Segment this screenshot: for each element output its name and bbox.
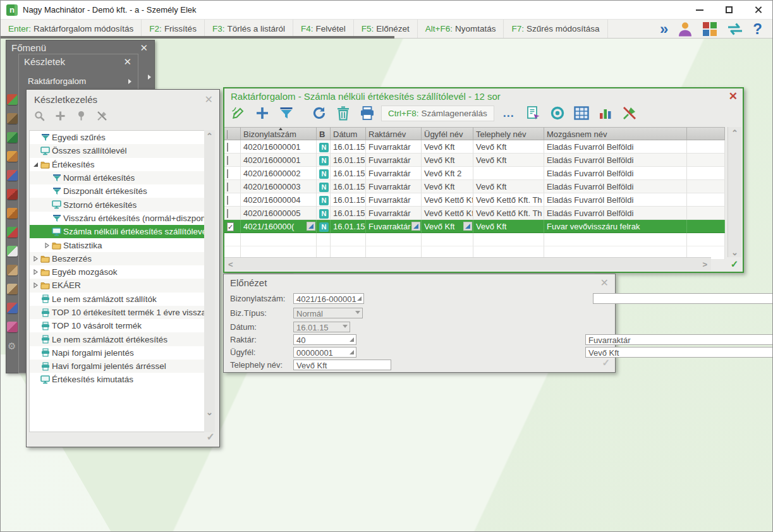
refresh-button[interactable] [309, 104, 329, 122]
module-icon[interactable] [7, 208, 18, 219]
caret-collapsed-icon[interactable] [32, 269, 39, 275]
close-icon[interactable]: ✕ [123, 57, 131, 66]
tree-item[interactable]: Diszponált értékesítés [30, 184, 204, 198]
field-grip[interactable] [350, 337, 354, 342]
view-button[interactable] [547, 104, 568, 122]
module-icon[interactable] [7, 303, 18, 313]
row-checkbox-cell[interactable] [224, 167, 241, 180]
sync-icon[interactable] [726, 21, 744, 37]
tree-item[interactable]: Értékesítés [30, 158, 204, 171]
user-icon[interactable] [677, 21, 693, 37]
help-icon[interactable]: ? [753, 20, 762, 38]
grid-hscrollbar[interactable]: < > [224, 257, 711, 270]
caret-expanded-icon[interactable] [32, 162, 39, 167]
print-button[interactable] [357, 104, 377, 122]
add-button[interactable] [55, 111, 66, 124]
module-icon[interactable] [7, 246, 18, 257]
scroll-right-icon[interactable]: > [702, 260, 707, 269]
caret-collapsed-icon[interactable] [32, 256, 39, 262]
checkbox-unchecked[interactable] [227, 209, 228, 218]
tree-item[interactable]: Statisztika [30, 238, 204, 251]
column-header-4[interactable]: Raktárnév [366, 128, 422, 140]
row-checkbox-cell[interactable] [224, 207, 241, 220]
tree-item[interactable]: Visszáru értékesítés (normál+diszponált [30, 212, 204, 225]
row-checkbox-cell[interactable] [224, 140, 241, 154]
close-icon[interactable]: ✕ [140, 43, 148, 52]
field-input[interactable]: 00000001 [293, 347, 356, 358]
more-options-button[interactable]: ... [498, 107, 520, 120]
column-header-7[interactable]: Mozgásnem név [544, 128, 687, 140]
column-header-2[interactable]: B [317, 128, 331, 140]
cell-expand-grip[interactable] [307, 222, 315, 231]
dropdown-icon[interactable] [355, 311, 360, 314]
invoice-report-button[interactable] [523, 104, 544, 122]
module-icon[interactable] [7, 113, 18, 124]
tree-scrollbar[interactable]: ⌃ ⌄ [204, 130, 215, 432]
filter-button[interactable] [276, 104, 296, 122]
module-icon[interactable] [7, 284, 18, 294]
tree-item[interactable]: Beszerzés [30, 252, 204, 265]
edit-button[interactable] [228, 104, 248, 122]
close-button[interactable] [743, 1, 772, 19]
grid-vscrollbar[interactable]: ⌃ ⌄ [727, 127, 741, 258]
minimize-button[interactable] [685, 1, 714, 19]
tree-item[interactable]: TOP 10 vásárolt termék [30, 319, 204, 332]
search-button[interactable] [34, 111, 45, 124]
tree-item[interactable]: Le nem számlázott szállítók [30, 293, 204, 306]
generate-invoice-button[interactable]: Ctrl+F8:Számlagenerálás [381, 106, 494, 121]
hotkey-item-f5[interactable]: F5:Előnézet [354, 20, 418, 38]
checkbox-unchecked[interactable] [227, 143, 228, 152]
tree-view-button[interactable] [76, 111, 87, 124]
module-icon[interactable] [7, 265, 18, 275]
field-combo[interactable] [593, 293, 773, 304]
row-checkbox-cell[interactable] [224, 180, 241, 193]
tree-item[interactable]: Összes szállítólevél [30, 144, 204, 157]
table-row[interactable]: ✓4021/160000(N16.01.15FuvarraktárVevő Kf… [224, 220, 725, 233]
tree-item[interactable]: Havi forgalmi jelentés árréssel [30, 360, 204, 373]
unpin-button[interactable] [619, 104, 640, 122]
hotkey-item-altf6[interactable]: Alt+F6:Nyomtatás [418, 20, 504, 38]
column-header-3[interactable]: Dátum [331, 128, 366, 140]
scroll-left-icon[interactable]: < [228, 260, 233, 269]
close-icon[interactable]: ✕ [729, 92, 738, 102]
checkbox-unchecked[interactable] [227, 183, 228, 191]
checkbox-unchecked[interactable] [227, 156, 228, 165]
row-checkbox-cell[interactable] [224, 193, 241, 207]
hotkey-item-f4[interactable]: F4:Felvétel [293, 20, 354, 38]
menu-item-raktarforgalom[interactable]: Raktárforgalom [20, 74, 137, 88]
field-combo[interactable]: Vevő Kft [585, 347, 773, 358]
caret-collapsed-icon[interactable] [44, 243, 51, 248]
field-input[interactable]: 40 [293, 334, 356, 345]
table-row[interactable]: 4020/16000001N16.01.15FuvarraktárVevő Kf… [224, 154, 725, 167]
hotkey-item-f3[interactable]: F3:Törlés a listáról [205, 20, 293, 38]
field-grip[interactable] [357, 296, 362, 301]
tree-item[interactable]: Egyéb mozgások [30, 265, 204, 279]
scroll-up-icon[interactable]: ⌃ [728, 128, 741, 138]
row-checkbox-cell[interactable] [224, 154, 241, 167]
delete-button[interactable] [333, 104, 353, 122]
tree-item[interactable]: Számla nélküli értékesítés szállítólevél [30, 225, 204, 238]
scroll-down-icon[interactable]: ⌄ [728, 248, 741, 257]
table-row[interactable]: 4020/16000005N16.01.15FuvarraktárVevő Ke… [224, 207, 725, 220]
close-icon[interactable]: ✕ [205, 94, 213, 106]
tree-item[interactable]: Értékesítés kimutatás [30, 373, 204, 386]
hotkey-item-f7[interactable]: F7:Szűrés módosítása [504, 20, 607, 38]
table-row[interactable]: 4020/16000004N16.01.15FuvarraktárVevő Ke… [224, 193, 725, 207]
tree-item[interactable]: Normál értékesítés [30, 171, 204, 184]
column-header-5[interactable]: Ügyfél név [422, 128, 473, 140]
column-header-1[interactable]: Bizonylatszám [241, 128, 317, 140]
select-all-checkbox[interactable] [227, 130, 238, 140]
module-icon[interactable] [7, 189, 18, 200]
tree-item[interactable]: Egyedi szűrés [30, 131, 204, 144]
dropdown-icon[interactable] [343, 325, 348, 328]
field-grip[interactable] [350, 350, 354, 354]
caret-collapsed-icon[interactable] [32, 282, 39, 288]
module-icon[interactable] [7, 227, 18, 238]
tree-item[interactable]: Sztornó értékesítés [30, 198, 204, 211]
table-row[interactable]: 4020/16000003N16.01.15FuvarraktárVevő Kf… [224, 180, 725, 193]
scroll-up-icon[interactable]: ⌃ [204, 131, 215, 141]
gear-icon[interactable]: ⚙ [8, 341, 16, 352]
tree-item[interactable]: TOP 10 értékesített termék 1 évre vissza [30, 306, 204, 319]
scroll-down-icon[interactable]: ⌄ [204, 408, 215, 417]
hotkey-item-f2[interactable]: F2:Frissítés [142, 20, 205, 38]
